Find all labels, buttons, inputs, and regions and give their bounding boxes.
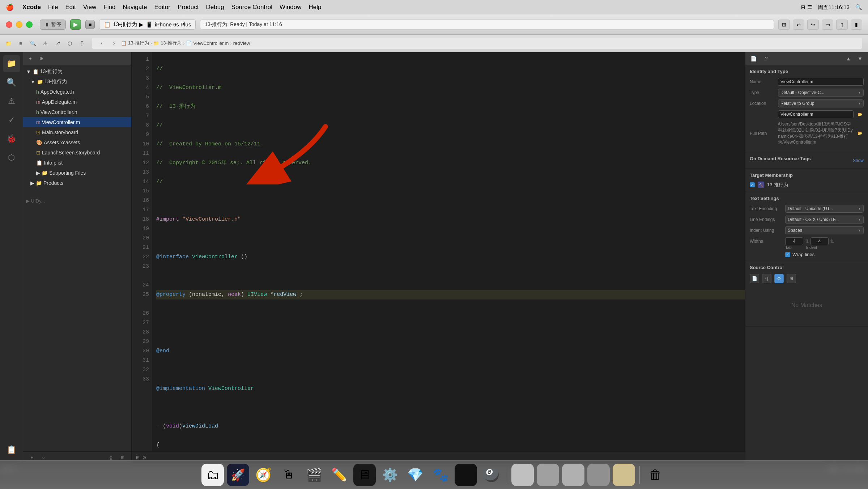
tree-item-folder1[interactable]: ▼ 📁 13-推行为 <box>23 77 131 87</box>
tree-item-assets[interactable]: 🎨 Assets.xcassets <box>23 137 131 148</box>
ab-warnings[interactable]: ⚠ <box>3 93 20 110</box>
run-button[interactable]: ▶ <box>70 19 81 30</box>
dock-item-black[interactable] <box>455 464 477 486</box>
dock-item-apps4[interactable] <box>587 464 610 486</box>
close-button[interactable] <box>6 21 12 28</box>
nav-forward-btn[interactable]: › <box>109 38 119 48</box>
breadcrumb-item-1[interactable]: 13-推行为 <box>128 40 149 46</box>
dock-item-video[interactable]: 🎬 <box>303 464 325 486</box>
view-toggle-2[interactable]: ↩ <box>793 20 804 30</box>
endings-dropdown[interactable]: Default - OS X / Unix (LF... ▼ <box>785 216 864 224</box>
breadcrumb-item-4[interactable]: redView <box>233 41 250 46</box>
wrap-lines-checkbox[interactable]: ✓ <box>785 252 790 257</box>
editor-view-btn[interactable]: ⊞ <box>136 455 140 460</box>
sidebar-filter-btn[interactable]: ⚙ <box>37 54 46 63</box>
sc-branch-icon[interactable]: {} <box>762 274 771 283</box>
ab-breakpoints[interactable]: ⬡ <box>3 149 20 166</box>
stepper-icon[interactable]: ⇅ <box>805 238 809 244</box>
dock-item-safari[interactable]: 🧭 <box>252 464 275 486</box>
code-editor[interactable]: 1 2 3 4 5 6 7 8 9 10 11 12 13 14 15 16 1 <box>132 52 745 463</box>
menu-debug[interactable]: Debug <box>206 4 224 11</box>
dock-item-apps2[interactable] <box>537 464 559 486</box>
view-toggle-3[interactable]: ↪ <box>807 20 819 30</box>
view-toggle-5[interactable]: ▯ <box>836 20 848 30</box>
scroll-down-icon[interactable]: ▼ <box>855 54 865 64</box>
breadcrumb-item-3[interactable]: 📄 ViewController.m <box>186 41 229 46</box>
sc-compare-icon[interactable]: ⊞ <box>787 274 796 283</box>
sc-doc-icon[interactable]: 📄 <box>750 274 759 283</box>
menu-help[interactable]: Help <box>309 4 321 11</box>
list-icon-btn[interactable]: ≡ <box>15 38 26 48</box>
dock-item-settings[interactable]: ⚙️ <box>379 464 401 486</box>
indent-using-dropdown[interactable]: Spaces ▼ <box>785 226 864 234</box>
menu-find[interactable]: Find <box>103 4 115 11</box>
tree-item-viewcontroller-h[interactable]: h ViewController.h <box>23 107 131 117</box>
menu-window[interactable]: Window <box>280 4 301 11</box>
scroll-up-icon[interactable]: ▲ <box>843 54 854 64</box>
menu-file[interactable]: File <box>48 4 58 11</box>
dock-item-paw[interactable]: 🐾 <box>429 464 452 486</box>
dock-item-pencil[interactable]: ✏️ <box>328 464 350 486</box>
nav-back-btn[interactable]: ‹ <box>96 38 107 48</box>
code-content[interactable]: // // ViewController.m // 13-推行为 // // C… <box>152 52 745 451</box>
tree-item-info-plist[interactable]: 📋 Info.plist <box>23 158 131 168</box>
breadcrumb-item-2[interactable]: 📁 13-推行为 <box>153 40 182 46</box>
apple-menu[interactable]: 🍎 <box>6 3 14 11</box>
ab-tests[interactable]: ✓ <box>3 111 20 129</box>
tree-item-supporting-files[interactable]: ▶ 📁 Supporting Files <box>23 168 131 178</box>
ab-search[interactable]: 🔍 <box>3 74 20 91</box>
indent-width-input[interactable]: 4 <box>810 237 829 245</box>
target-checkbox[interactable]: ✓ <box>750 182 755 187</box>
dock-item-apps1[interactable] <box>511 464 534 486</box>
tree-item-appdelegate-h[interactable]: h AppDelegate.h <box>23 87 131 97</box>
tree-item-launch-storyboard[interactable]: ⊡ LaunchScreen.storyboard <box>23 148 131 158</box>
tree-item-products[interactable]: ▶ 📁 Products <box>23 178 131 188</box>
tab-width-input[interactable]: 4 <box>785 237 803 245</box>
code-icon-btn[interactable]: {} <box>77 38 88 48</box>
sc-circle-icon[interactable]: ⊙ <box>774 274 784 283</box>
rp-doc-icon[interactable]: 📄 <box>748 54 758 64</box>
dock-item-trash[interactable]: 🗑 <box>644 464 667 486</box>
show-btn[interactable]: Show <box>853 158 864 163</box>
dock-item-terminal[interactable]: 🖥 <box>353 464 376 486</box>
sidebar-add-btn[interactable]: + <box>26 54 35 63</box>
type-dropdown[interactable]: Default - Objective-C... ▼ <box>778 89 864 97</box>
menu-editor[interactable]: Editor <box>154 4 170 11</box>
ab-debug[interactable]: 🐞 <box>3 130 20 148</box>
maximize-button[interactable] <box>26 21 33 28</box>
view-toggle-4[interactable]: ▭ <box>822 20 833 30</box>
menu-navigate[interactable]: Navigate <box>123 4 147 11</box>
dock-item-finder[interactable]: 🗂 <box>201 464 224 486</box>
name-input[interactable]: ViewController.m <box>778 78 864 86</box>
editor-lock-btn[interactable]: ⊙ <box>142 455 146 460</box>
tree-item-project[interactable]: ▼ 📋 13-推行为 <box>23 67 131 77</box>
dock-item-apps5[interactable] <box>613 464 635 486</box>
stepper-icon-2[interactable]: ⇅ <box>830 238 834 244</box>
stop-icon-button[interactable]: ■ <box>85 20 95 29</box>
view-toggle-1[interactable]: ⊞ <box>778 20 790 30</box>
menu-source-control[interactable]: Source Control <box>231 4 272 11</box>
encoding-dropdown[interactable]: Default - Unicode (UT... ▼ <box>785 205 864 213</box>
location-dropdown[interactable]: Relative to Group ▼ <box>778 99 864 107</box>
menubar-search-icon[interactable]: 🔍 <box>855 4 862 10</box>
tree-item-viewcontroller-m[interactable]: m ViewController.m <box>23 117 131 127</box>
menu-view[interactable]: View <box>83 4 97 11</box>
git-icon-btn[interactable]: ⎇ <box>52 38 63 48</box>
menu-edit[interactable]: Edit <box>65 4 76 11</box>
dock-item-launchpad[interactable]: 🚀 <box>227 464 249 486</box>
dock-item-sketch[interactable]: 💎 <box>404 464 426 486</box>
menu-product[interactable]: Product <box>178 4 199 11</box>
dock-item-apps3[interactable] <box>562 464 584 486</box>
ab-log[interactable]: 📋 <box>3 441 20 459</box>
warning-icon-btn[interactable]: ⚠ <box>40 38 51 48</box>
folder-icon-btn[interactable]: 📁 <box>3 38 14 48</box>
code-area[interactable]: 1 2 3 4 5 6 7 8 9 10 11 12 13 14 15 16 1 <box>132 52 745 451</box>
tree-item-appdelegate-m[interactable]: m AppDelegate.m <box>23 97 131 107</box>
search-toolbar-btn[interactable]: 🔍 <box>27 38 38 48</box>
break-icon-btn[interactable]: ⬡ <box>64 38 75 48</box>
stop-button[interactable]: ⏸ 暂停 <box>40 20 66 30</box>
dock-item-ball[interactable]: 🎱 <box>480 464 502 486</box>
dock-item-mouse[interactable]: 🖱 <box>277 464 300 486</box>
tree-item-main-storyboard[interactable]: ⊡ Main.storyboard <box>23 127 131 137</box>
ab-files[interactable]: 📁 <box>3 55 20 72</box>
